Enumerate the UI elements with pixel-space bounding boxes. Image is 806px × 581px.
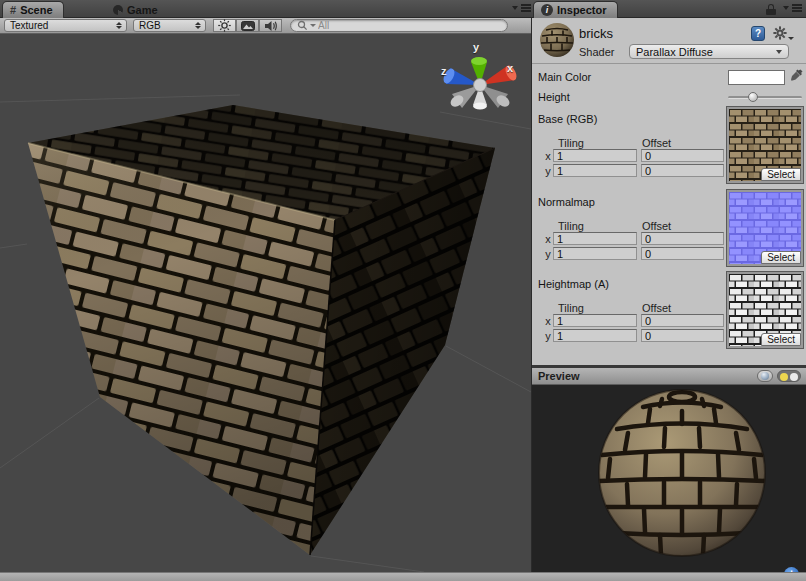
normalmap-texture-thumbnail[interactable]: Select [727,190,803,266]
shader-value: Parallax Diffuse [636,46,713,58]
lock-icon[interactable] [766,4,776,15]
tiling-y-input[interactable] [553,247,637,260]
offset-x-input[interactable] [641,232,724,245]
chevron-down-icon [776,50,782,54]
shader-dropdown[interactable]: Parallax Diffuse [629,44,789,59]
tab-game[interactable]: Game [106,1,168,18]
status-bar [0,572,806,581]
map-label: Base (RGB) [538,113,597,125]
chevron-down-icon [788,37,794,40]
offset-y-input[interactable] [641,247,724,260]
gizmo-y-label[interactable]: y [473,41,479,53]
scene-3d-render [0,34,531,572]
dropdown-arrows-icon [116,22,122,29]
offset-y-input[interactable] [641,164,724,177]
shader-label: Shader [579,46,614,58]
tiling-header: Tiling [558,220,584,232]
inspector-panel-menu-icon[interactable] [783,6,802,10]
tiling-x-input[interactable] [553,149,637,162]
inspector-panel: bricks Shader Parallax Diffuse ? [531,18,806,572]
height-slider-thumb[interactable] [748,92,758,102]
speaker-icon [264,20,278,32]
preview-lighting-button[interactable] [777,370,801,382]
row-x-label: x [544,150,552,162]
row-x-label: x [544,315,552,327]
scene-view[interactable]: y z x [0,34,531,572]
tiling-y-input[interactable] [553,329,637,342]
tab-scene-label: Scene [20,4,52,16]
light-off-icon [790,373,798,381]
tab-game-label: Game [127,4,158,16]
help-icon[interactable]: ? [751,26,765,41]
dropdown-triangle-icon [783,6,789,10]
tab-strip: # Scene Game i Inspector [0,0,806,18]
material-sphere-icon [538,21,576,59]
eyedropper-button[interactable] [790,68,804,86]
tab-inspector-label: Inspector [557,4,607,16]
row-x-label: x [544,233,552,245]
row-y-label: y [544,165,552,177]
color-mode-dropdown[interactable]: RGB [133,19,206,32]
preview-viewport[interactable]: + [532,385,806,572]
tiling-header: Tiling [558,302,584,314]
scene-lighting-toggle[interactable] [213,19,236,32]
gear-icon [773,26,787,40]
material-header: bricks Shader Parallax Diffuse ? [532,18,806,64]
context-menu-button[interactable] [773,26,794,40]
map-label: Heightmap (A) [538,278,609,290]
gizmo-z-label[interactable]: z [441,65,447,77]
brick-cube[interactable] [28,105,495,555]
map-label: Normalmap [538,196,595,208]
offset-x-input[interactable] [641,314,724,327]
search-input[interactable] [318,20,488,31]
material-preview-thumb[interactable] [538,21,576,59]
tab-inspector[interactable]: i Inspector [533,1,618,18]
select-texture-button[interactable]: Select [761,251,801,264]
tiling-x-input[interactable] [553,232,637,245]
gizmo-x-label[interactable]: x [507,62,513,74]
preview-sphere-render [532,385,806,572]
color-mode-value: RGB [139,20,161,31]
map-section-heightmap: Heightmap (A) Tiling Offset x y [532,272,806,349]
scene-search-field[interactable] [290,19,508,32]
scene-toolbar: Textured RGB [0,18,531,34]
preview-header: Preview [532,368,806,385]
draw-mode-value: Textured [10,20,48,31]
material-name: bricks [579,26,613,41]
sphere-icon [761,372,769,380]
hamburger-icon [521,7,531,9]
unity-editor-window: # Scene Game i Inspector Textured [0,0,806,581]
draw-mode-dropdown[interactable]: Textured [4,19,127,32]
select-texture-button[interactable]: Select [761,168,801,181]
scene-grid-icon: # [10,4,16,16]
offset-y-input[interactable] [641,329,724,342]
tab-scene[interactable]: # Scene [2,1,64,18]
height-slider[interactable] [728,96,802,99]
eyedropper-icon [790,68,804,84]
lock-body [766,9,776,15]
select-texture-button[interactable]: Select [761,333,801,346]
search-icon [297,20,308,31]
heightmap-texture-thumbnail[interactable]: Select [727,272,803,348]
info-icon: i [541,4,553,16]
base-texture-thumbnail[interactable]: Select [727,107,803,183]
map-section-base: Base (RGB) Tiling Offset x y [532,107,806,184]
tiling-x-input[interactable] [553,314,637,327]
search-scope-arrow-icon [310,24,316,27]
dropdown-arrows-icon [195,22,201,29]
scene-skybox-toggle[interactable] [236,19,259,32]
preview-title: Preview [538,370,580,382]
tiling-header: Tiling [558,137,584,149]
main-color-label: Main Color [538,71,591,83]
scene-panel-menu-icon[interactable] [512,6,531,10]
height-label: Height [538,91,570,103]
scene-audio-toggle[interactable] [259,19,282,32]
main-color-swatch[interactable] [728,70,785,85]
material-properties: Main Color Height Base (RGB) Tiling Offs… [532,64,806,368]
offset-x-input[interactable] [641,149,724,162]
light-on-icon [780,373,788,381]
sun-icon [218,19,231,32]
map-section-normalmap: Normalmap Tiling Offset x y [532,190,806,267]
tiling-y-input[interactable] [553,164,637,177]
preview-mesh-button[interactable] [757,370,773,382]
